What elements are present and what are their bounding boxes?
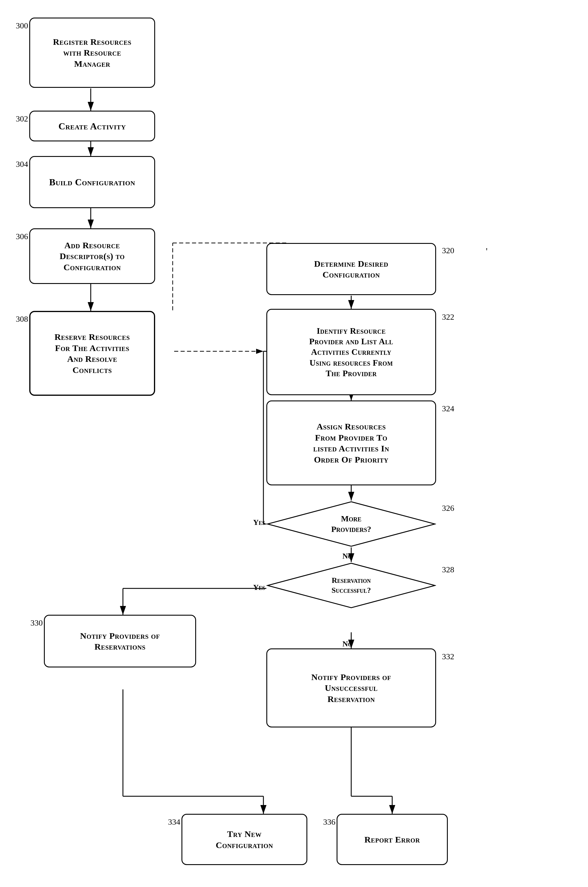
label-326: 326	[442, 504, 454, 513]
no-label-326: No	[342, 552, 352, 561]
yes-label-326: Yes	[253, 518, 265, 527]
label-334: 334	[168, 817, 180, 827]
tick-mark: '	[486, 246, 488, 257]
node-334: Try New Configuration	[182, 814, 308, 865]
node-328: Reservation Successful?	[266, 562, 436, 609]
yes-label-328: Yes	[253, 583, 265, 592]
label-336: 336	[323, 817, 335, 827]
label-322: 322	[442, 312, 454, 322]
node-304: Build Configuration	[29, 156, 155, 208]
node-302: Create Activity	[29, 111, 155, 141]
label-304: 304	[16, 159, 28, 169]
label-328: 328	[442, 565, 454, 574]
node-326: More Providers?	[266, 501, 436, 548]
node-336: Report Error	[337, 814, 448, 865]
node-324: Assign Resources From Provider To listed…	[266, 401, 436, 485]
node-320: Determine Desired Configuration	[266, 243, 436, 295]
node-308: Reserve Resources For The Activities And…	[29, 311, 155, 396]
node-330: Notify Providers of Reservations	[44, 615, 196, 668]
node-306: Add Resource Descriptor(s) to Configurat…	[29, 228, 155, 284]
label-320: 320	[442, 246, 454, 255]
node-332: Notify Providers of Unsuccessful Reserva…	[266, 648, 436, 728]
node-300: Register Resources with Resource Manager	[29, 18, 155, 88]
label-308: 308	[16, 314, 28, 324]
label-302: 302	[16, 114, 28, 123]
label-300: 300	[16, 21, 28, 30]
node-322: Identify Resource Provider and List All …	[266, 309, 436, 395]
flowchart-diagram: Register Resources with Resource Manager…	[0, 0, 588, 887]
no-label-328: No	[342, 639, 352, 648]
label-330: 330	[30, 618, 43, 627]
label-306: 306	[16, 232, 28, 241]
label-332: 332	[442, 652, 454, 661]
label-324: 324	[442, 404, 454, 413]
